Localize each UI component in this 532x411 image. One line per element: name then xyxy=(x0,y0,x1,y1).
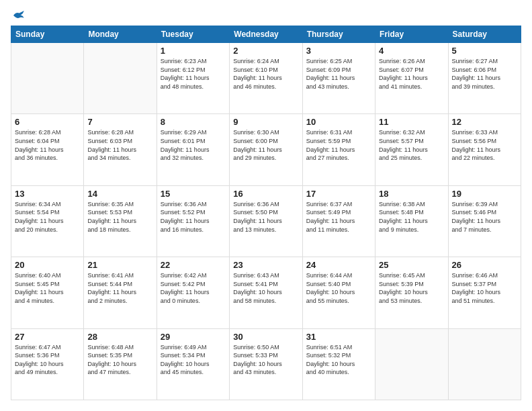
day-info: Sunrise: 6:36 AM Sunset: 5:52 PM Dayligh… xyxy=(161,200,226,234)
weekday-header-saturday: Saturday xyxy=(448,26,521,43)
day-info: Sunrise: 6:24 AM Sunset: 6:10 PM Dayligh… xyxy=(233,57,298,91)
day-info: Sunrise: 6:36 AM Sunset: 5:50 PM Dayligh… xyxy=(233,200,298,234)
day-info: Sunrise: 6:46 AM Sunset: 5:37 PM Dayligh… xyxy=(452,271,517,305)
day-info: Sunrise: 6:41 AM Sunset: 5:44 PM Dayligh… xyxy=(87,271,152,305)
day-info: Sunrise: 6:23 AM Sunset: 6:12 PM Dayligh… xyxy=(161,57,226,91)
day-number: 12 xyxy=(452,117,517,127)
calendar-header-row: SundayMondayTuesdayWednesdayThursdayFrid… xyxy=(11,26,521,43)
calendar-cell xyxy=(84,43,157,114)
day-number: 20 xyxy=(15,260,80,270)
day-number: 30 xyxy=(233,332,298,342)
day-info: Sunrise: 6:32 AM Sunset: 5:57 PM Dayligh… xyxy=(379,128,444,162)
day-info: Sunrise: 6:27 AM Sunset: 6:06 PM Dayligh… xyxy=(452,57,517,91)
day-number: 14 xyxy=(87,189,152,199)
day-info: Sunrise: 6:51 AM Sunset: 5:32 PM Dayligh… xyxy=(306,343,371,377)
day-info: Sunrise: 6:31 AM Sunset: 5:59 PM Dayligh… xyxy=(306,128,371,162)
calendar-cell: 31Sunrise: 6:51 AM Sunset: 5:32 PM Dayli… xyxy=(302,328,375,400)
day-number: 31 xyxy=(306,332,371,342)
calendar-cell: 12Sunrise: 6:33 AM Sunset: 5:56 PM Dayli… xyxy=(448,114,521,185)
weekday-header-sunday: Sunday xyxy=(11,26,84,43)
day-info: Sunrise: 6:37 AM Sunset: 5:49 PM Dayligh… xyxy=(306,200,371,234)
day-number: 29 xyxy=(161,332,226,342)
day-info: Sunrise: 6:29 AM Sunset: 6:01 PM Dayligh… xyxy=(161,128,226,162)
day-number: 22 xyxy=(161,260,226,270)
calendar-cell: 22Sunrise: 6:42 AM Sunset: 5:42 PM Dayli… xyxy=(157,257,229,328)
day-number: 1 xyxy=(161,46,226,56)
calendar-cell: 16Sunrise: 6:36 AM Sunset: 5:50 PM Dayli… xyxy=(230,185,302,257)
calendar-cell xyxy=(11,43,84,114)
calendar-week-row: 13Sunrise: 6:34 AM Sunset: 5:54 PM Dayli… xyxy=(11,185,521,257)
calendar-cell: 29Sunrise: 6:49 AM Sunset: 5:34 PM Dayli… xyxy=(157,328,229,400)
day-number: 28 xyxy=(87,332,152,342)
calendar-cell: 7Sunrise: 6:28 AM Sunset: 6:03 PM Daylig… xyxy=(84,114,157,185)
day-info: Sunrise: 6:40 AM Sunset: 5:45 PM Dayligh… xyxy=(15,271,80,305)
calendar-cell: 14Sunrise: 6:35 AM Sunset: 5:53 PM Dayli… xyxy=(84,185,157,257)
day-number: 17 xyxy=(306,189,371,199)
day-info: Sunrise: 6:48 AM Sunset: 5:35 PM Dayligh… xyxy=(87,343,152,377)
day-info: Sunrise: 6:28 AM Sunset: 6:03 PM Dayligh… xyxy=(87,128,152,162)
calendar-cell xyxy=(448,328,521,400)
day-info: Sunrise: 6:44 AM Sunset: 5:40 PM Dayligh… xyxy=(306,271,371,305)
day-number: 11 xyxy=(379,117,444,127)
day-number: 9 xyxy=(233,117,298,127)
day-number: 25 xyxy=(379,260,444,270)
day-number: 7 xyxy=(87,117,152,127)
calendar-cell: 20Sunrise: 6:40 AM Sunset: 5:45 PM Dayli… xyxy=(11,257,84,328)
day-number: 3 xyxy=(306,46,371,56)
day-number: 16 xyxy=(233,189,298,199)
weekday-header-monday: Monday xyxy=(84,26,157,43)
day-number: 24 xyxy=(306,260,371,270)
weekday-header-wednesday: Wednesday xyxy=(230,26,302,43)
calendar-week-row: 27Sunrise: 6:47 AM Sunset: 5:36 PM Dayli… xyxy=(11,328,521,400)
day-info: Sunrise: 6:49 AM Sunset: 5:34 PM Dayligh… xyxy=(161,343,226,377)
day-number: 21 xyxy=(87,260,152,270)
day-info: Sunrise: 6:50 AM Sunset: 5:33 PM Dayligh… xyxy=(233,343,298,377)
weekday-header-tuesday: Tuesday xyxy=(157,26,229,43)
calendar-week-row: 1Sunrise: 6:23 AM Sunset: 6:12 PM Daylig… xyxy=(11,43,521,114)
calendar-cell: 2Sunrise: 6:24 AM Sunset: 6:10 PM Daylig… xyxy=(230,43,302,114)
day-number: 8 xyxy=(161,117,226,127)
calendar-cell: 15Sunrise: 6:36 AM Sunset: 5:52 PM Dayli… xyxy=(157,185,229,257)
calendar-cell: 9Sunrise: 6:30 AM Sunset: 6:00 PM Daylig… xyxy=(230,114,302,185)
day-number: 19 xyxy=(452,189,517,199)
day-info: Sunrise: 6:25 AM Sunset: 6:09 PM Dayligh… xyxy=(306,57,371,91)
logo xyxy=(11,11,24,20)
calendar-cell: 23Sunrise: 6:43 AM Sunset: 5:41 PM Dayli… xyxy=(230,257,302,328)
calendar-cell: 11Sunrise: 6:32 AM Sunset: 5:57 PM Dayli… xyxy=(375,114,448,185)
calendar-cell: 18Sunrise: 6:38 AM Sunset: 5:48 PM Dayli… xyxy=(375,185,448,257)
day-number: 2 xyxy=(233,46,298,56)
calendar-cell: 13Sunrise: 6:34 AM Sunset: 5:54 PM Dayli… xyxy=(11,185,84,257)
calendar-cell: 5Sunrise: 6:27 AM Sunset: 6:06 PM Daylig… xyxy=(448,43,521,114)
day-info: Sunrise: 6:45 AM Sunset: 5:39 PM Dayligh… xyxy=(379,271,444,305)
calendar-cell xyxy=(375,328,448,400)
day-info: Sunrise: 6:30 AM Sunset: 6:00 PM Dayligh… xyxy=(233,128,298,162)
calendar-week-row: 6Sunrise: 6:28 AM Sunset: 6:04 PM Daylig… xyxy=(11,114,521,185)
day-info: Sunrise: 6:38 AM Sunset: 5:48 PM Dayligh… xyxy=(379,200,444,234)
weekday-header-thursday: Thursday xyxy=(302,26,375,43)
logo-bird-icon xyxy=(12,11,24,20)
calendar-cell: 3Sunrise: 6:25 AM Sunset: 6:09 PM Daylig… xyxy=(302,43,375,114)
calendar-table: SundayMondayTuesdayWednesdayThursdayFrid… xyxy=(11,26,521,400)
calendar-cell: 6Sunrise: 6:28 AM Sunset: 6:04 PM Daylig… xyxy=(11,114,84,185)
day-number: 15 xyxy=(161,189,226,199)
calendar-cell: 28Sunrise: 6:48 AM Sunset: 5:35 PM Dayli… xyxy=(84,328,157,400)
calendar-cell: 17Sunrise: 6:37 AM Sunset: 5:49 PM Dayli… xyxy=(302,185,375,257)
calendar-cell: 24Sunrise: 6:44 AM Sunset: 5:40 PM Dayli… xyxy=(302,257,375,328)
day-info: Sunrise: 6:28 AM Sunset: 6:04 PM Dayligh… xyxy=(15,128,80,162)
calendar-cell: 25Sunrise: 6:45 AM Sunset: 5:39 PM Dayli… xyxy=(375,257,448,328)
day-number: 13 xyxy=(15,189,80,199)
day-number: 18 xyxy=(379,189,444,199)
day-info: Sunrise: 6:34 AM Sunset: 5:54 PM Dayligh… xyxy=(15,200,80,234)
calendar-cell: 19Sunrise: 6:39 AM Sunset: 5:46 PM Dayli… xyxy=(448,185,521,257)
day-number: 5 xyxy=(452,46,517,56)
calendar-cell: 4Sunrise: 6:26 AM Sunset: 6:07 PM Daylig… xyxy=(375,43,448,114)
calendar-cell: 30Sunrise: 6:50 AM Sunset: 5:33 PM Dayli… xyxy=(230,328,302,400)
day-info: Sunrise: 6:47 AM Sunset: 5:36 PM Dayligh… xyxy=(15,343,80,377)
calendar-cell: 10Sunrise: 6:31 AM Sunset: 5:59 PM Dayli… xyxy=(302,114,375,185)
day-number: 26 xyxy=(452,260,517,270)
calendar-cell: 26Sunrise: 6:46 AM Sunset: 5:37 PM Dayli… xyxy=(448,257,521,328)
day-info: Sunrise: 6:42 AM Sunset: 5:42 PM Dayligh… xyxy=(161,271,226,305)
day-info: Sunrise: 6:39 AM Sunset: 5:46 PM Dayligh… xyxy=(452,200,517,234)
page: SundayMondayTuesdayWednesdayThursdayFrid… xyxy=(0,0,532,411)
day-number: 4 xyxy=(379,46,444,56)
